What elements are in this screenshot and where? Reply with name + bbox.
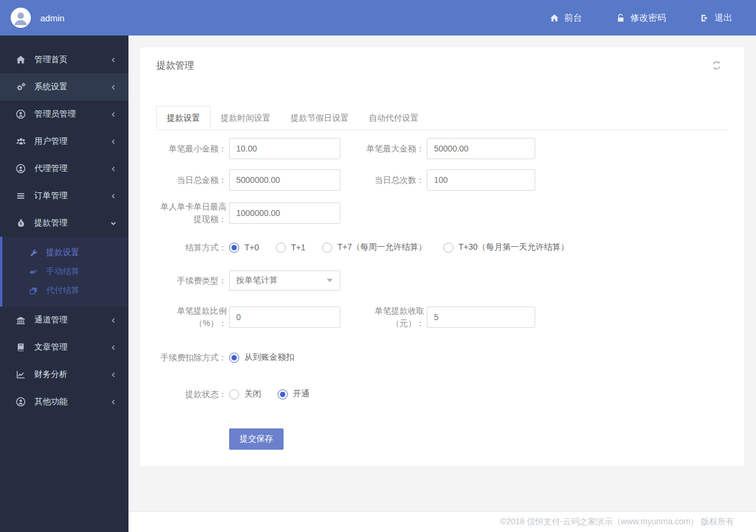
main-area: 提款管理 提款设置 提款时间设置 提款节假日设置 自动代付设置 单笔最小金额： — [128, 36, 756, 532]
radio-deduct-from-received[interactable]: 从到账金额扣 — [229, 352, 294, 363]
person-daily-max-input[interactable] — [229, 202, 340, 224]
sidebar-item-finance-analysis[interactable]: 财务分析 — [0, 361, 128, 388]
withdraw-status-label: 提款状态： — [156, 388, 227, 401]
radio-selected-icon — [229, 243, 239, 253]
max-amount-input[interactable] — [427, 138, 535, 159]
bank-icon — [15, 315, 26, 325]
submenu-item-label: 提款设置 — [46, 247, 79, 258]
radio-status-open[interactable]: 开通 — [278, 389, 310, 399]
nav-logout[interactable]: 退出 — [700, 12, 732, 24]
radio-label: T+7（每周一允许结算） — [337, 242, 427, 253]
sidebar-item-label: 用户管理 — [34, 136, 67, 147]
clone-icon — [28, 286, 38, 295]
fee-fixed-label: 单笔提款收取（元）： — [353, 305, 424, 330]
nav-frontend-label: 前台 — [564, 12, 582, 24]
nav-frontend[interactable]: 前台 — [550, 12, 582, 24]
sidebar-item-label: 提款管理 — [34, 218, 67, 228]
sidebar-item-other-functions[interactable]: 其他功能 — [0, 388, 128, 415]
form-row: 当日总金额： 当日总次数： — [156, 169, 728, 191]
settle-mode-row: 结算方式： T+0 T+1 T+7（每周一允许结算） — [156, 238, 728, 256]
sidebar-item-agent-management[interactable]: 代理管理 — [0, 155, 128, 182]
sidebar-item-admin-management[interactable]: 管理员管理 — [0, 101, 128, 128]
sidebar-item-channel-management[interactable]: 通道管理 — [0, 307, 128, 334]
fee-deduct-label: 手续费扣除方式： — [156, 352, 227, 364]
radio-label: T+1 — [291, 243, 306, 252]
chevron-left-icon — [110, 57, 117, 63]
list-icon — [15, 191, 26, 201]
sidebar-item-label: 订单管理 — [34, 191, 67, 201]
user-avatar-icon — [11, 8, 31, 28]
radio-label: 开通 — [293, 389, 310, 399]
users-icon — [15, 137, 26, 146]
sidebar-item-label: 通道管理 — [34, 315, 67, 325]
user-circle-icon — [15, 397, 26, 407]
chevron-left-icon — [110, 193, 117, 199]
chevron-left-icon — [110, 372, 117, 378]
submenu-item-manual-settlement[interactable]: 手动结算 — [2, 262, 128, 281]
sidebar-item-user-management[interactable]: 用户管理 — [0, 128, 128, 155]
hands-icon — [28, 267, 38, 276]
radio-t0[interactable]: T+0 — [229, 243, 259, 253]
nav-logout-label: 退出 — [715, 12, 732, 24]
chevron-left-icon — [110, 111, 117, 118]
chevron-left-icon — [110, 317, 117, 324]
radio-label: 从到账金额扣 — [245, 352, 294, 363]
user-circle-icon — [15, 164, 26, 173]
username: admin — [40, 13, 65, 23]
radio-t30[interactable]: T+30（每月第一天允许结算） — [443, 242, 569, 253]
chevron-left-icon — [110, 138, 117, 145]
logout-icon — [700, 14, 709, 22]
nav-change-password[interactable]: 修改密码 — [616, 12, 666, 24]
home-icon — [550, 14, 559, 22]
tab-bar: 提款设置 提款时间设置 提款节假日设置 自动代付设置 — [156, 106, 728, 130]
chart-line-icon — [15, 370, 26, 379]
sidebar-item-article-management[interactable]: 文章管理 — [0, 334, 128, 361]
copyright-text: ©2018 信恒支付-云码之家演示（www.myunma.com） 版权所有 — [500, 517, 734, 527]
fee-deduct-row: 手续费扣除方式： 从到账金额扣 — [156, 345, 728, 370]
tab-withdraw-time-settings[interactable]: 提款时间设置 — [211, 106, 281, 130]
settle-mode-radio-group: T+0 T+1 T+7（每周一允许结算） T+30（每月第一天允许结算） — [229, 242, 569, 253]
tab-withdraw-holiday-settings[interactable]: 提款节假日设置 — [281, 106, 359, 130]
sidebar-item-system-settings[interactable]: 系统设置 — [0, 73, 128, 101]
tab-withdraw-settings[interactable]: 提款设置 — [156, 106, 211, 130]
tab-auto-payout-settings[interactable]: 自动代付设置 — [359, 106, 429, 130]
page-title: 提款管理 — [156, 59, 728, 72]
min-amount-label: 单笔最小金额： — [156, 143, 227, 155]
settle-mode-label: 结算方式： — [156, 241, 227, 254]
refresh-button[interactable] — [712, 60, 722, 70]
sidebar-item-label: 管理首页 — [34, 54, 67, 65]
daily-count-input[interactable] — [427, 169, 535, 191]
sidebar-item-order-management[interactable]: 订单管理 — [0, 182, 128, 209]
form-row: 单人单卡单日最高提现额： — [156, 201, 728, 225]
fee-fixed-input[interactable] — [427, 307, 535, 328]
fee-type-selected-value: 按单笔计算 — [236, 275, 278, 286]
sidebar-item-withdraw-management[interactable]: 提款管理 — [0, 209, 128, 237]
footer: ©2018 信恒支付-云码之家演示（www.myunma.com） 版权所有 — [128, 511, 756, 532]
user-brand: admin — [11, 8, 65, 28]
submit-save-button[interactable]: 提交保存 — [229, 428, 284, 450]
fee-percent-input[interactable] — [229, 307, 340, 328]
max-amount-label: 单笔最大金额： — [353, 143, 424, 155]
daily-total-input[interactable] — [229, 169, 340, 191]
fee-type-select[interactable]: 按单笔计算 — [229, 270, 340, 291]
withdraw-settings-form: 单笔最小金额： 单笔最大金额： 当日总金额： 当日总次数： 单人单卡单日最高提现… — [156, 138, 728, 450]
user-circle-icon — [15, 109, 26, 119]
top-header: admin 前台 修改密码 退出 — [0, 0, 756, 36]
submenu-item-payout-settlement[interactable]: 代付结算 — [2, 281, 128, 300]
user-avatar[interactable] — [11, 8, 31, 28]
form-row: 单笔提款比例（%）： 单笔提款收取（元）： — [156, 305, 728, 330]
chevron-left-icon — [110, 399, 117, 405]
sidebar-item-dashboard[interactable]: 管理首页 — [0, 46, 128, 73]
content-card: 提款管理 提款设置 提款时间设置 提款节假日设置 自动代付设置 单笔最小金额： — [140, 47, 744, 466]
sidebar-item-label: 系统设置 — [34, 82, 67, 92]
refresh-icon — [712, 60, 722, 70]
fee-type-label: 手续费类型： — [156, 275, 227, 287]
daily-total-label: 当日总金额： — [156, 174, 227, 186]
radio-t7[interactable]: T+7（每周一允许结算） — [322, 242, 427, 253]
radio-status-closed[interactable]: 关闭 — [229, 389, 261, 399]
unlock-icon — [616, 14, 625, 22]
radio-t1[interactable]: T+1 — [276, 243, 306, 253]
submenu-item-withdraw-settings[interactable]: 提款设置 — [2, 243, 128, 262]
top-nav: 前台 修改密码 退出 — [550, 12, 732, 24]
min-amount-input[interactable] — [229, 138, 340, 159]
